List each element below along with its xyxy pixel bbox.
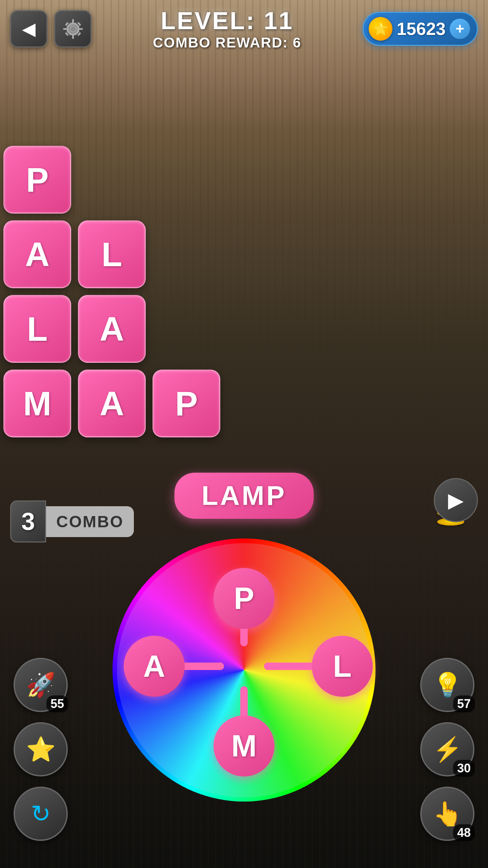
tile-A-row2-col3[interactable]: A xyxy=(3,220,71,288)
svg-point-2 xyxy=(70,26,76,32)
header: ◀ LEVEL: 11 COMBO REWARD: 6 ⭐ 156 xyxy=(0,7,488,51)
wheel-letter-P[interactable]: P xyxy=(214,568,274,629)
hint-button[interactable]: 💡 57 xyxy=(420,658,474,712)
lightning-btn-container: ⚡ 30 xyxy=(420,722,474,776)
tile-L-row2-col4[interactable]: L xyxy=(78,220,146,288)
combo-counter: 3 COMBO xyxy=(10,500,134,542)
header-left-buttons: ◀ xyxy=(10,10,92,47)
level-label: LEVEL: 11 xyxy=(153,7,301,35)
tile-M-row4-col3[interactable]: M xyxy=(3,370,71,437)
add-coins-button[interactable]: + xyxy=(450,19,470,39)
star-btn-container: ⭐ xyxy=(14,722,68,776)
star-button[interactable]: ⭐ xyxy=(14,722,68,776)
lightning-button[interactable]: ⚡ 30 xyxy=(420,722,474,776)
coin-icon: ⭐ xyxy=(369,17,392,41)
word-grid: P A P L A L L A M A P xyxy=(0,71,244,444)
lightning-count: 30 xyxy=(453,760,475,777)
gear-icon xyxy=(62,18,84,40)
tap-btn-container: 👆 48 xyxy=(420,787,474,841)
refresh-button[interactable]: ↻ xyxy=(14,787,68,841)
tile-L-row3-col3[interactable]: L xyxy=(3,295,71,363)
header-center: LEVEL: 11 COMBO REWARD: 6 xyxy=(153,7,301,51)
rocket-btn-container: 🚀 55 xyxy=(14,658,68,712)
left-actions: 🚀 55 ⭐ ↻ xyxy=(14,658,68,841)
rocket-button[interactable]: 🚀 55 xyxy=(14,658,68,712)
tap-button[interactable]: 👆 48 xyxy=(420,787,474,841)
bulb-icon: 💡 xyxy=(433,671,462,699)
rocket-icon: 🚀 xyxy=(26,671,56,699)
combo-label: COMBO xyxy=(46,506,134,537)
svg-rect-4 xyxy=(72,35,74,39)
svg-rect-5 xyxy=(63,28,67,29)
refresh-btn-container: ↻ xyxy=(14,787,68,841)
tile-P-row1[interactable]: P xyxy=(3,146,71,214)
tap-count: 48 xyxy=(453,824,475,841)
word-display: LAMP xyxy=(175,473,314,519)
bottom-actions: 🚀 55 ⭐ ↻ 💡 57 ⚡ xyxy=(0,658,488,841)
back-button[interactable]: ◀ xyxy=(10,10,47,47)
tile-P-row4-col5[interactable]: P xyxy=(152,370,220,437)
rocket-count: 55 xyxy=(46,695,68,712)
svg-rect-3 xyxy=(72,19,74,23)
star-icon: ⭐ xyxy=(26,735,56,763)
tile-A-row4-col4[interactable]: A xyxy=(78,370,146,437)
video-reward-button[interactable]: ▶ xyxy=(434,478,478,522)
right-actions: 💡 57 ⚡ 30 👆 48 xyxy=(420,658,474,841)
coin-display: ⭐ 15623 + xyxy=(363,12,478,46)
combo-reward-label: COMBO REWARD: 6 xyxy=(153,35,301,51)
tile-A-row3-col4[interactable]: A xyxy=(78,295,146,363)
settings-button[interactable] xyxy=(54,10,92,47)
back-icon: ◀ xyxy=(22,19,36,39)
play-icon: ▶ xyxy=(448,488,464,512)
coin-count: 15623 xyxy=(396,19,446,39)
combo-count: 3 xyxy=(10,500,46,542)
hint-count: 57 xyxy=(453,695,475,712)
hint-btn-container: 💡 57 xyxy=(420,658,474,712)
lightning-icon: ⚡ xyxy=(433,735,462,763)
refresh-icon: ↻ xyxy=(31,800,51,828)
hand-icon: 👆 xyxy=(433,800,462,828)
svg-rect-6 xyxy=(79,28,83,29)
